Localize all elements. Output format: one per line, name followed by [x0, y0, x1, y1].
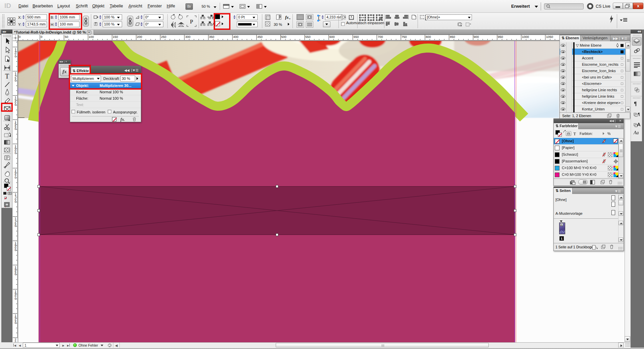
svg-text:1000: 1000	[522, 35, 529, 39]
svg-text:1050: 1050	[546, 35, 553, 39]
svg-text:750: 750	[401, 35, 407, 39]
svg-text:500: 500	[281, 35, 286, 39]
svg-text:250: 250	[161, 35, 166, 39]
svg-text:350: 350	[209, 35, 214, 39]
svg-text:0: 0	[15, 176, 16, 179]
svg-text:T: T	[5, 72, 9, 80]
svg-text:0: 0	[15, 103, 16, 106]
svg-text:600: 600	[329, 35, 335, 39]
svg-text:650: 650	[354, 35, 359, 39]
svg-text:0: 0	[15, 79, 16, 82]
svg-text:0: 0	[19, 35, 20, 39]
svg-text:700: 700	[378, 35, 383, 39]
svg-text:0: 0	[15, 321, 16, 325]
svg-text:0: 0	[15, 55, 16, 58]
svg-text:0: 0	[15, 248, 16, 252]
svg-text:0: 0	[15, 200, 16, 203]
svg-text:50: 50	[65, 35, 68, 39]
svg-text:800: 800	[426, 35, 431, 39]
svg-text:450: 450	[257, 35, 263, 39]
svg-text:0: 0	[15, 224, 16, 228]
svg-text:200: 200	[137, 35, 142, 39]
svg-text:T: T	[9, 192, 11, 195]
svg-text:400: 400	[233, 35, 238, 39]
svg-text:¶: ¶	[638, 111, 640, 116]
svg-text:300: 300	[185, 35, 191, 39]
svg-text:950: 950	[498, 35, 503, 39]
svg-text:850: 850	[450, 35, 455, 39]
svg-text:550: 550	[305, 35, 311, 39]
svg-text:0: 0	[15, 297, 16, 300]
svg-text:900: 900	[474, 35, 479, 39]
svg-text:P: P	[190, 18, 193, 25]
svg-text:150: 150	[113, 35, 118, 39]
svg-text:0: 0	[41, 35, 42, 39]
svg-text:0: 0	[15, 151, 16, 155]
svg-text:fx: fx	[285, 15, 289, 20]
svg-text:0: 0	[15, 127, 16, 131]
svg-text:100: 100	[89, 35, 94, 39]
svg-text:A: A	[637, 121, 641, 127]
svg-text:0: 0	[15, 272, 16, 276]
